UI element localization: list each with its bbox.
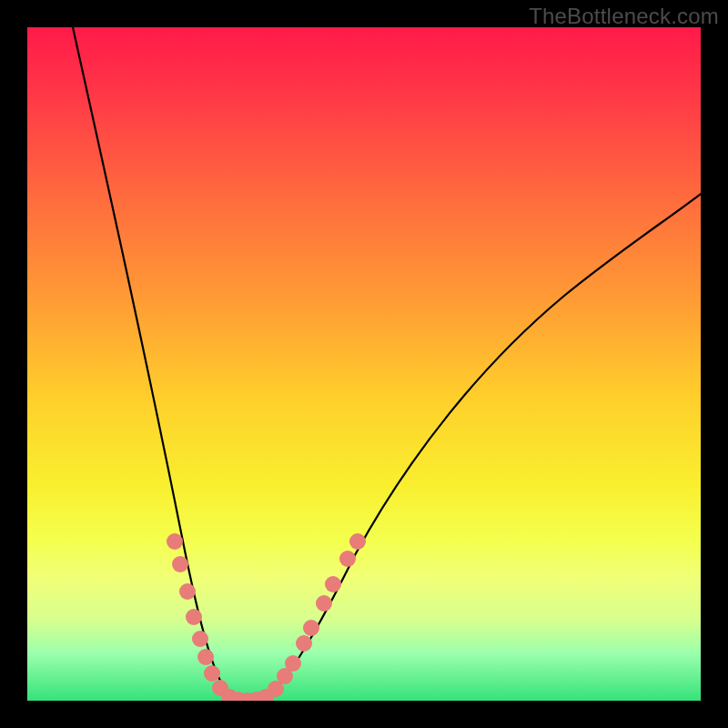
curve-group bbox=[73, 27, 701, 701]
chart-frame: TheBottleneck.com bbox=[0, 0, 728, 728]
data-marker bbox=[303, 620, 319, 636]
data-marker bbox=[204, 665, 220, 682]
data-marker bbox=[197, 649, 214, 665]
watermark-text: TheBottleneck.com bbox=[529, 4, 719, 29]
data-marker bbox=[167, 533, 183, 550]
data-marker bbox=[325, 576, 341, 592]
data-marker bbox=[179, 583, 196, 600]
data-marker bbox=[186, 609, 202, 625]
marker-group bbox=[167, 533, 366, 701]
plot-area bbox=[27, 27, 701, 701]
data-marker bbox=[172, 556, 188, 572]
data-marker bbox=[296, 635, 312, 652]
curve-svg bbox=[27, 27, 701, 701]
data-marker bbox=[349, 533, 366, 550]
data-marker bbox=[339, 551, 356, 567]
data-marker bbox=[316, 595, 332, 612]
bottleneck-curve bbox=[73, 27, 701, 701]
data-marker bbox=[285, 655, 301, 672]
data-marker bbox=[192, 631, 208, 647]
